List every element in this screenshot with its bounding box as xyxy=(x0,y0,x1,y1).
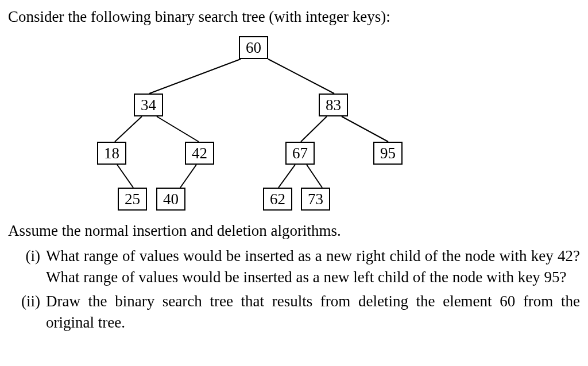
node-42: 42 xyxy=(185,142,214,165)
assumption-text: Assume the normal insertion and deletion… xyxy=(8,221,580,241)
svg-line-7 xyxy=(180,165,196,188)
node-60: 60 xyxy=(239,36,268,59)
svg-line-3 xyxy=(157,116,199,142)
bst-diagram: 60 34 83 18 42 67 95 25 40 62 73 xyxy=(8,33,580,216)
node-95: 95 xyxy=(373,142,403,165)
roman-ii: (ii) xyxy=(0,291,46,333)
questions: (i) What range of values would be insert… xyxy=(8,246,580,333)
roman-i: (i) xyxy=(8,246,46,287)
svg-line-6 xyxy=(117,165,133,188)
node-62: 62 xyxy=(263,188,292,211)
svg-line-9 xyxy=(307,165,322,188)
intro-text: Consider the following binary search tre… xyxy=(8,7,580,27)
svg-line-5 xyxy=(342,116,388,142)
node-25: 25 xyxy=(118,188,147,211)
node-18: 18 xyxy=(97,142,126,165)
page: Consider the following binary search tre… xyxy=(0,0,588,366)
question-i-text: What range of values would be inserted a… xyxy=(46,246,580,287)
node-40: 40 xyxy=(156,188,185,211)
node-34: 34 xyxy=(134,94,163,116)
svg-line-0 xyxy=(149,59,241,94)
question-ii: (ii) Draw the binary search tree that re… xyxy=(0,291,580,333)
question-ii-text: Draw the binary search tree that results… xyxy=(46,291,580,333)
svg-line-8 xyxy=(278,165,295,188)
svg-line-4 xyxy=(301,116,327,142)
node-67: 67 xyxy=(285,142,315,165)
svg-line-1 xyxy=(268,59,334,94)
question-i: (i) What range of values would be insert… xyxy=(8,246,580,287)
node-73: 73 xyxy=(301,188,330,211)
node-83: 83 xyxy=(319,94,348,116)
svg-line-2 xyxy=(115,116,142,142)
tree-edges xyxy=(8,33,580,216)
